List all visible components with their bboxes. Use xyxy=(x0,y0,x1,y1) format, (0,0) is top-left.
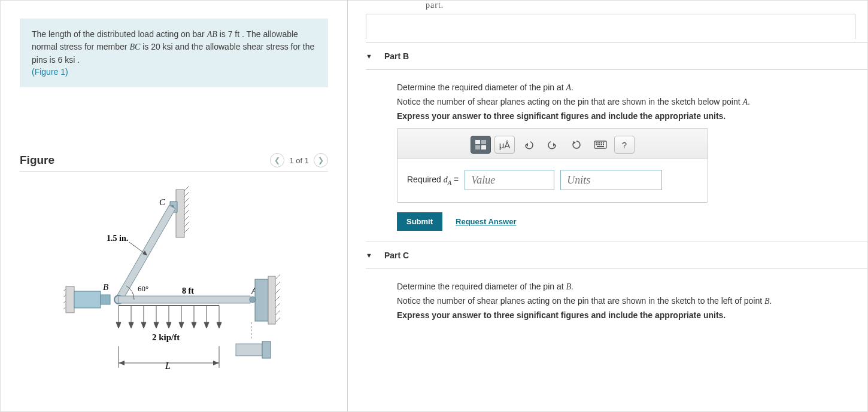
var-ab: AB xyxy=(207,30,217,39)
svg-rect-30 xyxy=(268,276,275,324)
part-b-header[interactable]: ▼ Part B xyxy=(366,42,867,70)
figure-svg: C 1.5 in. B xyxy=(63,184,285,387)
caret-down-icon: ▼ xyxy=(366,53,372,60)
var-a: A xyxy=(566,83,572,92)
svg-text:1.5 in.: 1.5 in. xyxy=(107,234,128,243)
svg-rect-78 xyxy=(601,142,602,144)
svg-rect-68 xyxy=(481,140,486,144)
answer-panel: μÅ xyxy=(397,128,708,203)
svg-marker-52 xyxy=(192,322,196,328)
svg-rect-77 xyxy=(599,142,600,144)
prev-part-fragment: part. xyxy=(366,1,867,42)
svg-line-5 xyxy=(184,210,189,215)
problem-statement: The length of the distributed load actin… xyxy=(20,19,328,87)
svg-line-33 xyxy=(275,289,280,294)
svg-line-7 xyxy=(184,222,189,227)
svg-line-34 xyxy=(275,296,280,301)
part-c-body: Determine the required diameter of the p… xyxy=(366,269,867,333)
svg-text:L: L xyxy=(165,361,171,371)
svg-line-16 xyxy=(63,289,66,294)
svg-marker-50 xyxy=(179,322,184,328)
svg-rect-20 xyxy=(74,291,101,308)
fragment-text: part. xyxy=(426,1,444,10)
svg-rect-28 xyxy=(255,279,268,321)
left-column: The length of the distributed load actin… xyxy=(1,1,348,411)
value-input[interactable] xyxy=(465,170,554,190)
figure-title: Figure xyxy=(20,154,54,167)
prev-figure-button[interactable]: ❮ xyxy=(270,153,284,167)
svg-rect-67 xyxy=(475,140,480,144)
submit-button[interactable]: Submit xyxy=(397,212,442,231)
next-figure-button[interactable]: ❯ xyxy=(314,153,328,167)
figure-link[interactable]: (Figure 1) xyxy=(32,67,68,77)
fragment-panel xyxy=(366,14,855,39)
text: . xyxy=(770,296,772,306)
svg-line-3 xyxy=(184,198,189,203)
svg-marker-54 xyxy=(204,322,209,328)
svg-line-31 xyxy=(275,274,280,279)
page-root: The length of the distributed load actin… xyxy=(0,0,868,412)
svg-marker-48 xyxy=(166,322,171,328)
svg-line-35 xyxy=(275,303,280,308)
var-bc: BC xyxy=(129,42,140,51)
svg-text:C: C xyxy=(159,197,166,207)
svg-line-32 xyxy=(275,282,280,286)
text: Notice the number of shear planes acting… xyxy=(397,296,764,306)
svg-line-17 xyxy=(63,295,66,300)
figure-image: C 1.5 in. B xyxy=(20,184,328,387)
svg-rect-84 xyxy=(603,144,604,145)
svg-marker-40 xyxy=(116,322,121,328)
right-column: part. ▼ Part B Determine the required di… xyxy=(348,1,867,411)
answer-actions: Submit Request Answer xyxy=(397,212,867,231)
figure-page-label: 1 of 1 xyxy=(289,156,309,165)
svg-line-18 xyxy=(63,301,66,306)
svg-marker-63 xyxy=(213,361,219,365)
units-input[interactable] xyxy=(560,170,662,190)
request-answer-link[interactable]: Request Answer xyxy=(456,215,516,228)
help-button[interactable]: ? xyxy=(614,136,635,154)
svg-text:60°: 60° xyxy=(138,284,148,293)
undo-button[interactable] xyxy=(518,136,539,154)
keyboard-button[interactable] xyxy=(590,136,611,154)
part-b-line2: Notice the number of shear planes acting… xyxy=(397,95,867,109)
svg-line-4 xyxy=(184,204,189,209)
var-b: B xyxy=(764,297,770,306)
svg-rect-24 xyxy=(119,296,250,303)
text: . xyxy=(571,83,573,92)
svg-marker-56 xyxy=(217,322,221,328)
reset-button[interactable] xyxy=(566,136,587,154)
units-button[interactable]: μÅ xyxy=(494,136,515,154)
text: Required xyxy=(407,175,444,184)
svg-rect-59 xyxy=(262,341,271,358)
caret-down-icon: ▼ xyxy=(366,252,372,259)
svg-line-8 xyxy=(184,228,189,233)
svg-rect-79 xyxy=(603,142,604,144)
svg-rect-21 xyxy=(101,295,110,304)
svg-line-2 xyxy=(184,192,189,197)
svg-line-6 xyxy=(184,216,189,221)
svg-marker-46 xyxy=(154,322,159,328)
part-c-instruction: Express your answer to three significant… xyxy=(397,309,867,323)
part-c-header[interactable]: ▼ Part C xyxy=(366,242,867,269)
part-b-line1: Determine the required diameter of the p… xyxy=(397,81,867,95)
svg-rect-85 xyxy=(597,146,604,147)
svg-line-37 xyxy=(275,318,280,322)
svg-line-19 xyxy=(63,307,66,312)
svg-rect-58 xyxy=(236,344,262,356)
figure-pager: ❮ 1 of 1 ❯ xyxy=(270,153,328,167)
problem-text: The length of the distributed load actin… xyxy=(32,29,207,39)
svg-rect-0 xyxy=(176,190,184,237)
svg-rect-76 xyxy=(597,142,599,144)
part-b-instruction: Express your answer to three significant… xyxy=(397,109,867,124)
svg-point-29 xyxy=(250,297,256,303)
svg-rect-69 xyxy=(475,145,480,149)
svg-rect-15 xyxy=(66,286,74,313)
text: Notice the number of shear planes acting… xyxy=(397,97,742,106)
text: . xyxy=(571,282,573,291)
template-picker-button[interactable] xyxy=(471,136,491,154)
var-a: A xyxy=(742,97,748,106)
answer-toolbar: μÅ xyxy=(397,129,708,159)
redo-button[interactable] xyxy=(542,136,563,154)
svg-line-1 xyxy=(184,186,189,191)
svg-marker-42 xyxy=(129,322,133,328)
